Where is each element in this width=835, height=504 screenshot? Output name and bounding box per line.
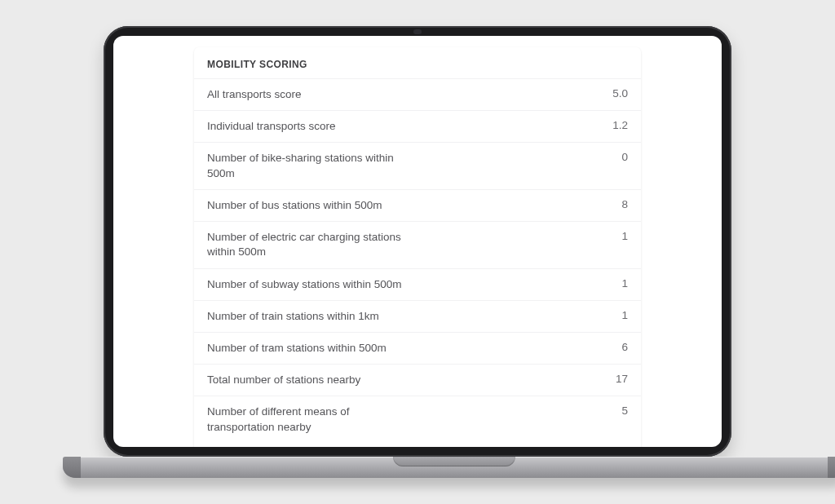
- row-label: Total number of stations nearby: [207, 373, 360, 387]
- row-label: Number of electric car charging stations…: [207, 230, 419, 259]
- row-label: Number of train stations within 1km: [207, 309, 379, 324]
- laptop-thumb-notch-icon: [393, 457, 515, 466]
- table-row: Individual transports score 1.2: [194, 110, 641, 142]
- row-value: 1.2: [595, 119, 628, 131]
- laptop-lid: MOBILITY SCORING All transports score 5.…: [104, 26, 731, 457]
- row-value: 0: [595, 151, 628, 163]
- row-label: Number of different means of transportat…: [207, 405, 419, 434]
- row-label: Individual transports score: [207, 119, 336, 134]
- row-value: 1: [595, 230, 628, 242]
- card-title: MOBILITY SCORING: [194, 47, 641, 78]
- table-row: Number of subway stations within 500m 1: [194, 268, 641, 300]
- row-value: 5: [595, 405, 628, 417]
- row-label: Number of bus stations within 500m: [207, 198, 382, 213]
- mobility-scoring-card: MOBILITY SCORING All transports score 5.…: [194, 47, 641, 447]
- table-row: Number of tram stations within 500m 6: [194, 332, 641, 364]
- row-label: Number of subway stations within 500m: [207, 277, 402, 292]
- table-row: Total number of stations nearby 17: [194, 364, 641, 396]
- row-value: 6: [595, 341, 628, 353]
- row-value: 8: [595, 198, 628, 210]
- table-row: Number of different means of transportat…: [194, 396, 641, 442]
- table-row: Number of bike-sharing stations within 5…: [194, 142, 641, 188]
- row-value: 1: [595, 309, 628, 321]
- laptop-mockup: MOBILITY SCORING All transports score 5.…: [63, 26, 772, 478]
- table-row: Number of train stations within 1km 1: [194, 300, 641, 332]
- row-value: 17: [595, 373, 628, 385]
- table-row: Number of electric car charging stations…: [194, 221, 641, 267]
- table-row: All transports score 5.0: [194, 78, 641, 110]
- row-label: Number of bike-sharing stations within 5…: [207, 151, 419, 180]
- laptop-base: [63, 457, 835, 478]
- camera-notch-icon: [413, 29, 422, 34]
- laptop-screen: MOBILITY SCORING All transports score 5.…: [113, 36, 722, 447]
- row-value: 1: [595, 277, 628, 290]
- row-label: Number of tram stations within 500m: [207, 341, 387, 356]
- table-row: Number of bus stations within 500m 8: [194, 189, 641, 221]
- row-label: All transports score: [207, 87, 302, 102]
- row-value: 5.0: [595, 87, 628, 99]
